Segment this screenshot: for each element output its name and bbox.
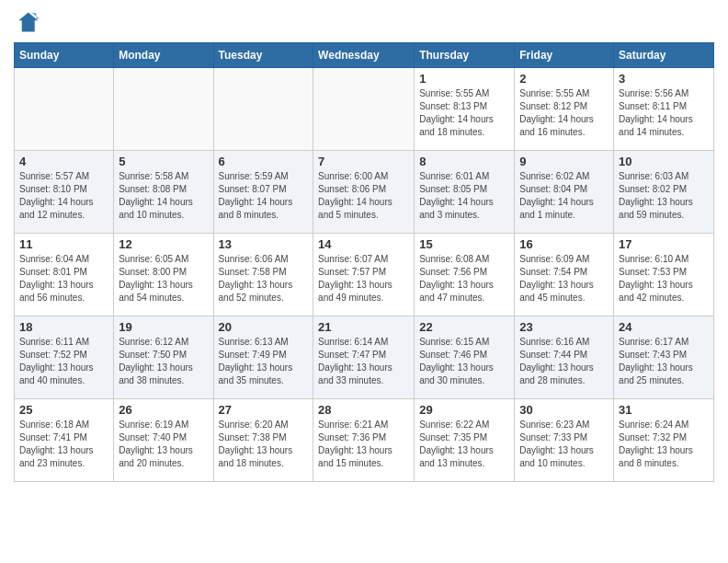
calendar-day-cell xyxy=(313,68,415,151)
calendar-day-cell: 2Sunrise: 5:55 AM Sunset: 8:12 PM Daylig… xyxy=(515,68,614,151)
calendar-day-cell: 21Sunrise: 6:14 AM Sunset: 7:47 PM Dayli… xyxy=(313,316,415,399)
calendar-day-cell: 23Sunrise: 6:16 AM Sunset: 7:44 PM Dayli… xyxy=(515,316,614,399)
calendar-day-cell: 22Sunrise: 6:15 AM Sunset: 7:46 PM Dayli… xyxy=(415,316,515,399)
day-info: Sunrise: 6:24 AM Sunset: 7:32 PM Dayligh… xyxy=(619,419,709,470)
day-info: Sunrise: 5:56 AM Sunset: 8:11 PM Dayligh… xyxy=(619,87,709,139)
day-info: Sunrise: 6:18 AM Sunset: 7:41 PM Dayligh… xyxy=(19,419,108,470)
day-info: Sunrise: 6:17 AM Sunset: 7:43 PM Dayligh… xyxy=(619,336,709,387)
day-number: 16 xyxy=(519,237,609,251)
day-number: 27 xyxy=(219,403,309,417)
day-number: 31 xyxy=(619,403,709,417)
day-number: 23 xyxy=(519,320,609,334)
day-info: Sunrise: 6:12 AM Sunset: 7:50 PM Dayligh… xyxy=(119,336,208,387)
day-info: Sunrise: 6:01 AM Sunset: 8:05 PM Dayligh… xyxy=(419,170,509,222)
calendar-day-cell: 26Sunrise: 6:19 AM Sunset: 7:40 PM Dayli… xyxy=(114,399,213,482)
calendar-day-cell: 24Sunrise: 6:17 AM Sunset: 7:43 PM Dayli… xyxy=(614,316,714,399)
day-info: Sunrise: 6:13 AM Sunset: 7:49 PM Dayligh… xyxy=(219,336,309,387)
calendar-day-cell xyxy=(213,68,313,151)
day-number: 12 xyxy=(119,237,208,251)
svg-marker-0 xyxy=(18,13,38,32)
logo-icon xyxy=(14,9,40,35)
calendar-day-cell: 17Sunrise: 6:10 AM Sunset: 7:53 PM Dayli… xyxy=(614,234,714,316)
day-info: Sunrise: 6:07 AM Sunset: 7:57 PM Dayligh… xyxy=(318,253,409,304)
day-number: 2 xyxy=(519,72,609,86)
day-number: 17 xyxy=(619,237,709,251)
calendar-day-cell: 16Sunrise: 6:09 AM Sunset: 7:54 PM Dayli… xyxy=(515,234,614,316)
day-info: Sunrise: 6:08 AM Sunset: 7:56 PM Dayligh… xyxy=(419,253,509,304)
day-info: Sunrise: 5:57 AM Sunset: 8:10 PM Dayligh… xyxy=(19,170,108,222)
page-header xyxy=(14,9,714,35)
calendar-week-row: 11Sunrise: 6:04 AM Sunset: 8:01 PM Dayli… xyxy=(15,234,714,316)
day-number: 19 xyxy=(119,320,208,334)
day-number: 25 xyxy=(19,403,108,417)
calendar-day-cell: 5Sunrise: 5:58 AM Sunset: 8:08 PM Daylig… xyxy=(114,151,213,234)
day-number: 22 xyxy=(419,320,509,334)
calendar-day-cell xyxy=(15,68,114,151)
day-number: 18 xyxy=(19,320,108,334)
calendar-day-cell xyxy=(114,68,213,151)
weekday-header: Friday xyxy=(515,43,614,68)
day-number: 3 xyxy=(619,72,709,86)
calendar-day-cell: 31Sunrise: 6:24 AM Sunset: 7:32 PM Dayli… xyxy=(614,399,714,482)
calendar-day-cell: 14Sunrise: 6:07 AM Sunset: 7:57 PM Dayli… xyxy=(313,234,415,316)
calendar-day-cell: 3Sunrise: 5:56 AM Sunset: 8:11 PM Daylig… xyxy=(614,68,714,151)
day-info: Sunrise: 5:55 AM Sunset: 8:13 PM Dayligh… xyxy=(419,87,509,139)
calendar-day-cell: 28Sunrise: 6:21 AM Sunset: 7:36 PM Dayli… xyxy=(313,399,415,482)
calendar-day-cell: 18Sunrise: 6:11 AM Sunset: 7:52 PM Dayli… xyxy=(15,316,114,399)
calendar-day-cell: 7Sunrise: 6:00 AM Sunset: 8:06 PM Daylig… xyxy=(313,151,415,234)
logo xyxy=(14,9,43,35)
calendar-day-cell: 19Sunrise: 6:12 AM Sunset: 7:50 PM Dayli… xyxy=(114,316,213,399)
day-number: 29 xyxy=(419,403,509,417)
calendar-day-cell: 8Sunrise: 6:01 AM Sunset: 8:05 PM Daylig… xyxy=(415,151,515,234)
calendar-week-row: 25Sunrise: 6:18 AM Sunset: 7:41 PM Dayli… xyxy=(15,399,714,482)
day-info: Sunrise: 6:02 AM Sunset: 8:04 PM Dayligh… xyxy=(519,170,609,222)
calendar-header-row: SundayMondayTuesdayWednesdayThursdayFrid… xyxy=(15,43,714,68)
calendar-day-cell: 30Sunrise: 6:23 AM Sunset: 7:33 PM Dayli… xyxy=(515,399,614,482)
day-info: Sunrise: 6:20 AM Sunset: 7:38 PM Dayligh… xyxy=(219,419,309,470)
weekday-header: Sunday xyxy=(15,43,114,68)
calendar-day-cell: 20Sunrise: 6:13 AM Sunset: 7:49 PM Dayli… xyxy=(213,316,313,399)
weekday-header: Tuesday xyxy=(213,43,313,68)
day-info: Sunrise: 5:58 AM Sunset: 8:08 PM Dayligh… xyxy=(119,170,208,222)
day-info: Sunrise: 6:15 AM Sunset: 7:46 PM Dayligh… xyxy=(419,336,509,387)
calendar-day-cell: 29Sunrise: 6:22 AM Sunset: 7:35 PM Dayli… xyxy=(415,399,515,482)
weekday-header: Wednesday xyxy=(313,43,415,68)
day-number: 13 xyxy=(219,237,309,251)
day-number: 15 xyxy=(419,237,509,251)
day-number: 1 xyxy=(419,72,509,86)
day-info: Sunrise: 5:55 AM Sunset: 8:12 PM Dayligh… xyxy=(519,87,609,139)
weekday-header: Saturday xyxy=(614,43,714,68)
calendar-week-row: 18Sunrise: 6:11 AM Sunset: 7:52 PM Dayli… xyxy=(15,316,714,399)
calendar-day-cell: 15Sunrise: 6:08 AM Sunset: 7:56 PM Dayli… xyxy=(415,234,515,316)
calendar-week-row: 4Sunrise: 5:57 AM Sunset: 8:10 PM Daylig… xyxy=(15,151,714,234)
calendar-day-cell: 27Sunrise: 6:20 AM Sunset: 7:38 PM Dayli… xyxy=(213,399,313,482)
day-number: 26 xyxy=(119,403,208,417)
day-number: 28 xyxy=(318,403,409,417)
calendar-table: SundayMondayTuesdayWednesdayThursdayFrid… xyxy=(14,42,714,482)
day-info: Sunrise: 6:04 AM Sunset: 8:01 PM Dayligh… xyxy=(19,253,108,304)
day-number: 7 xyxy=(318,155,409,168)
day-info: Sunrise: 6:10 AM Sunset: 7:53 PM Dayligh… xyxy=(619,253,709,304)
day-number: 30 xyxy=(519,403,609,417)
day-number: 4 xyxy=(19,155,108,168)
day-info: Sunrise: 6:03 AM Sunset: 8:02 PM Dayligh… xyxy=(619,170,709,222)
calendar-day-cell: 11Sunrise: 6:04 AM Sunset: 8:01 PM Dayli… xyxy=(15,234,114,316)
calendar-day-cell: 25Sunrise: 6:18 AM Sunset: 7:41 PM Dayli… xyxy=(15,399,114,482)
day-info: Sunrise: 6:23 AM Sunset: 7:33 PM Dayligh… xyxy=(519,419,609,470)
day-number: 6 xyxy=(219,155,309,168)
calendar-day-cell: 6Sunrise: 5:59 AM Sunset: 8:07 PM Daylig… xyxy=(213,151,313,234)
calendar-day-cell: 12Sunrise: 6:05 AM Sunset: 8:00 PM Dayli… xyxy=(114,234,213,316)
day-info: Sunrise: 6:22 AM Sunset: 7:35 PM Dayligh… xyxy=(419,419,509,470)
day-number: 8 xyxy=(419,155,509,168)
calendar-day-cell: 13Sunrise: 6:06 AM Sunset: 7:58 PM Dayli… xyxy=(213,234,313,316)
day-number: 14 xyxy=(318,237,409,251)
calendar-day-cell: 9Sunrise: 6:02 AM Sunset: 8:04 PM Daylig… xyxy=(515,151,614,234)
weekday-header: Monday xyxy=(114,43,213,68)
calendar-week-row: 1Sunrise: 5:55 AM Sunset: 8:13 PM Daylig… xyxy=(15,68,714,151)
day-number: 9 xyxy=(519,155,609,168)
day-number: 11 xyxy=(19,237,108,251)
day-number: 5 xyxy=(119,155,208,168)
day-info: Sunrise: 6:05 AM Sunset: 8:00 PM Dayligh… xyxy=(119,253,208,304)
day-info: Sunrise: 6:16 AM Sunset: 7:44 PM Dayligh… xyxy=(519,336,609,387)
day-number: 21 xyxy=(318,320,409,334)
